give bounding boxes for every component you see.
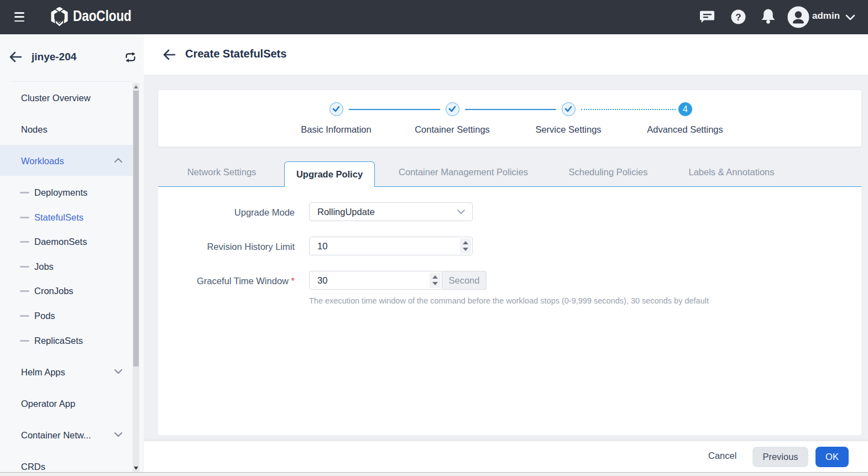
svg-text:?: ? (735, 12, 741, 23)
